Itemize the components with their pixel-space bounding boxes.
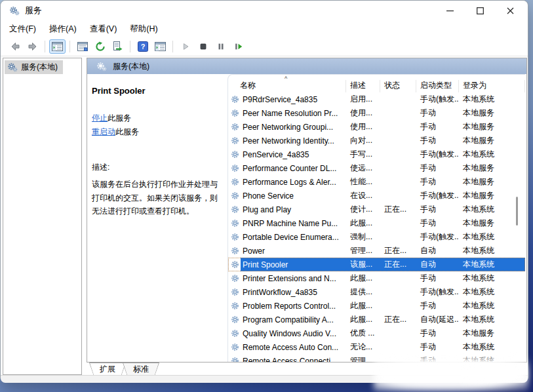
cell-description: 此服... [346, 218, 380, 229]
stop-service-button[interactable] [195, 39, 211, 54]
table-row[interactable]: PenService_4a835手写...手动(触发...本地系统 [228, 147, 525, 161]
close-button[interactable] [495, 1, 525, 20]
toolbar-separator [45, 41, 45, 52]
title-bar[interactable]: 服务 [1, 1, 528, 20]
cell-logon-as: 本地服务 [459, 108, 525, 119]
column-header-status[interactable]: 状态 [380, 80, 416, 92]
restart-service-link[interactable]: 重启动 [92, 127, 115, 136]
service-gear-icon [231, 288, 239, 296]
cell-service-name: Peer Name Resolution Pr... [228, 109, 346, 118]
column-header-description[interactable]: 描述 [346, 80, 380, 92]
restart-link-suffix: 此服务 [115, 127, 139, 136]
minimize-button[interactable] [435, 1, 465, 20]
cell-logon-as: 本地服务 [459, 328, 525, 339]
cell-logon-as: 本地系统 [459, 245, 525, 256]
tab-standard[interactable]: 标准 [123, 363, 159, 376]
service-gear-icon [231, 164, 239, 172]
forward-button[interactable] [24, 39, 41, 54]
cell-service-name: Phone Service [228, 191, 346, 201]
standard-view-window-icon [155, 42, 166, 52]
cell-startup-type: 自动 [416, 259, 459, 270]
extended-info-panel: Print Spooler 停止此服务 重启动此服务 描述: 该服务在后台执行打… [87, 74, 227, 362]
table-row[interactable]: Problem Reports Control...此服...手动本地系统 [228, 299, 525, 313]
service-gear-icon [231, 205, 239, 214]
table-row[interactable]: Remote Access Auto Con...无论...手动本地系统 [228, 340, 525, 354]
column-header-logon-as[interactable]: 登录为 [459, 80, 525, 92]
service-gear-icon [231, 191, 239, 200]
column-header-startup-type[interactable]: 启动类型 [416, 80, 459, 92]
cell-description: 手写... [346, 149, 380, 160]
service-gear-icon [231, 315, 239, 324]
show-console-tree-button[interactable] [49, 39, 66, 54]
cell-description: 此服... [346, 300, 380, 311]
menu-item[interactable]: 文件(F) [9, 24, 36, 35]
table-row[interactable]: Program Compatibility A...此服...正在...自动(延… [228, 313, 525, 326]
table-row[interactable]: Portable Device Enumera...强制...手动(触发...本… [228, 230, 525, 244]
cell-startup-type: 手动(触发... [416, 286, 459, 298]
maximize-button[interactable] [465, 1, 495, 20]
table-row[interactable]: Print Spooler该服...正在...自动本地系统 [228, 258, 525, 271]
table-row[interactable]: Quality Windows Audio V...优质 ...手动本地服务 [228, 326, 525, 340]
export-list-button[interactable] [109, 39, 126, 54]
menu-item[interactable]: 操作(A) [49, 24, 77, 35]
refresh-button[interactable] [92, 39, 108, 54]
service-gear-icon [231, 95, 239, 104]
vertical-scrollbar-thumb[interactable] [516, 197, 518, 225]
cell-service-name: PNRP Machine Name Pu... [228, 219, 346, 228]
cell-description: 使远... [346, 163, 380, 174]
pane-header-gear-icon [96, 62, 107, 71]
cell-startup-type: 自动 [416, 245, 459, 256]
blurred-watermark [459, 362, 527, 384]
table-row[interactable]: Power管理...正在...自动本地系统 [228, 244, 525, 258]
tree-node-services-local[interactable]: 服务(本地) [5, 60, 63, 74]
cell-logon-as: 本地系统 [459, 300, 525, 311]
help-button[interactable]: ? [134, 39, 151, 54]
cell-description: 此服... [346, 273, 380, 284]
cell-logon-as: 本地系统 [459, 94, 525, 105]
table-row[interactable]: Peer Name Resolution Pr...使用...手动本地服务 [228, 106, 525, 120]
standard-view-window-button[interactable] [152, 39, 168, 54]
cell-service-name: Remote Access Connecti... [228, 357, 346, 363]
cell-service-name: Remote Access Auto Con... [228, 343, 346, 352]
service-gear-icon [231, 150, 239, 159]
cell-service-name: Quality Windows Audio V... [228, 329, 346, 338]
start-service-button[interactable] [177, 39, 193, 54]
table-row[interactable]: Peer Networking Groupi...使用...手动本地服务 [228, 120, 525, 134]
cell-logon-as: 本地系统 [459, 149, 525, 160]
service-gear-icon [231, 343, 239, 351]
minimize-icon [446, 7, 454, 14]
cell-startup-type: 手动 [416, 121, 459, 132]
restart-icon [233, 42, 243, 51]
restart-service-link-line: 重启动此服务 [92, 127, 222, 138]
back-button[interactable] [7, 39, 23, 54]
maximize-icon [477, 7, 484, 14]
service-description: 该服务在后台执行打印作业并处理与打印机的交互。如果关闭该服务，则无法进行打印或查… [92, 178, 223, 218]
services-node-icon [7, 62, 18, 72]
cell-description: 此服... [346, 314, 380, 325]
table-row[interactable]: Printer Extensions and N...此服...手动本地系统 [228, 271, 525, 285]
table-row[interactable]: Plug and Play使计...正在...手动本地系统 [228, 203, 525, 216]
stop-service-link[interactable]: 停止 [92, 113, 108, 123]
tab-extended[interactable]: 扩展 [89, 363, 126, 376]
back-arrow-icon [10, 41, 20, 52]
menu-item[interactable]: 查看(V) [90, 24, 117, 35]
cell-startup-type: 手动 [416, 163, 459, 174]
cell-logon-as: 本地服务 [459, 135, 525, 146]
cell-service-name: Performance Logs & Aler... [228, 178, 346, 187]
table-row[interactable]: PNRP Machine Name Pu...此服...手动本地服务 [228, 216, 525, 230]
service-gear-icon [231, 109, 239, 117]
menu-item[interactable]: 帮助(H) [130, 24, 157, 35]
table-row[interactable]: PrintWorkflow_4a835提供...手动(触发...本地系统 [228, 285, 525, 299]
view-tabs: 扩展标准 [89, 363, 156, 376]
tree-node-label: 服务(本地) [21, 62, 58, 73]
properties-button[interactable] [74, 39, 90, 54]
table-row[interactable]: P9RdrService_4a835启用...手动(触发...本地系统 [228, 92, 525, 106]
table-row[interactable]: Phone Service在设...手动(触发...本地服务 [228, 189, 525, 203]
table-row[interactable]: Peer Networking Identity...向对...手动本地服务 [228, 134, 525, 147]
pause-service-button[interactable] [212, 39, 229, 54]
restart-service-button[interactable] [230, 39, 247, 54]
table-row[interactable]: Performance Counter DL...使远...手动本地服务 [228, 161, 525, 175]
cell-status: 正在... [380, 259, 416, 270]
tab-label: 标准 [123, 363, 159, 376]
table-row[interactable]: Performance Logs & Aler...性能...手动本地服务 [228, 175, 525, 189]
